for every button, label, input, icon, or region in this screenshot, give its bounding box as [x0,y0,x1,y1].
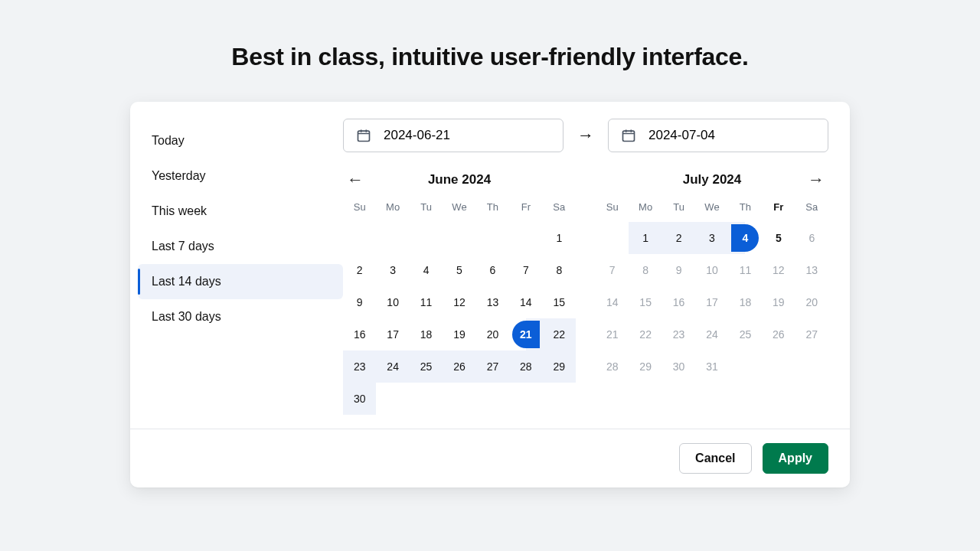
calendar-day[interactable]: 5 [762,222,795,254]
calendar-day[interactable]: 6 [795,222,828,254]
calendar-day[interactable]: 3 [376,254,409,286]
calendar-day[interactable]: 8 [543,254,576,286]
weekday-label: Mo [629,201,662,222]
calendar-day[interactable]: 8 [629,254,662,286]
calendar-day[interactable]: 23 [343,350,376,383]
calendar-day[interactable]: 29 [543,350,576,383]
calendar-day[interactable]: 16 [343,318,376,350]
calendar-day[interactable]: 19 [443,318,475,350]
calendar-day[interactable]: 20 [476,318,509,350]
calendar-day[interactable]: 22 [629,318,662,350]
calendar-month: July 2024→SuMoTuWeThFrSa1234567891011121… [596,169,828,415]
calendar-day[interactable]: 5 [443,254,475,286]
calendar-day[interactable]: 18 [729,286,762,318]
page-headline: Best in class, intuitive user-friendly i… [0,0,980,71]
calendar-day[interactable]: 24 [376,350,409,383]
calendar-day[interactable]: 12 [762,254,795,286]
month-title: July 2024 [683,172,742,187]
calendar-day[interactable]: 3 [695,222,728,254]
calendar-day[interactable]: 21 [596,318,629,350]
start-date-field[interactable] [343,119,564,152]
calendar-day[interactable]: 11 [729,254,762,286]
apply-button[interactable]: Apply [763,443,828,474]
weekday-label: Fr [762,201,795,222]
weekday-label: Tu [662,201,695,222]
calendar-day[interactable]: 10 [376,286,409,318]
calendar-day[interactable]: 29 [629,350,662,383]
calendar-day[interactable]: 28 [596,350,629,383]
calendar-day[interactable]: 13 [795,254,828,286]
preset-item[interactable]: Last 14 days [138,264,343,299]
calendar-empty-cell [376,222,409,254]
weekday-label: Fr [509,201,542,222]
start-date-input[interactable] [382,127,550,144]
cancel-button[interactable]: Cancel [679,443,751,474]
calendar-day[interactable]: 10 [695,254,728,286]
calendar-day[interactable]: 26 [762,318,795,350]
calendar-day[interactable]: 12 [443,286,475,318]
calendar-day[interactable]: 11 [410,286,443,318]
calendar-day[interactable]: 21 [509,318,542,350]
calendar-day[interactable]: 9 [343,286,376,318]
weekday-label: Mo [376,201,409,222]
calendar-day[interactable]: 27 [476,350,509,383]
calendar-day[interactable]: 17 [695,286,728,318]
preset-item[interactable]: Last 7 days [138,229,343,264]
calendar-day[interactable]: 30 [662,350,695,383]
calendar-day[interactable]: 30 [343,383,376,415]
end-date-input[interactable] [647,127,815,144]
calendar-day[interactable]: 4 [729,222,762,254]
calendar-day[interactable]: 6 [476,254,509,286]
calendar-day[interactable]: 2 [343,254,376,286]
calendar-empty-cell [509,383,542,415]
calendar-day[interactable]: 19 [762,286,795,318]
calendar-day[interactable]: 27 [795,318,828,350]
calendar-day[interactable]: 23 [662,318,695,350]
calendar-day[interactable]: 28 [509,350,542,383]
calendar-empty-cell [476,222,509,254]
preset-item[interactable]: This week [138,194,343,229]
weekday-label: Th [476,201,509,222]
end-date-field[interactable] [608,119,828,152]
preset-item[interactable]: Yesterday [138,158,343,194]
calendar-day[interactable]: 15 [629,286,662,318]
prev-month-icon[interactable]: ← [345,169,366,191]
calendar-day[interactable]: 16 [662,286,695,318]
calendar-day[interactable]: 25 [410,350,443,383]
calendar-day[interactable]: 9 [662,254,695,286]
calendar-day[interactable]: 14 [596,286,629,318]
calendar-day[interactable]: 13 [476,286,509,318]
calendar-day[interactable]: 4 [410,254,443,286]
calendar-day[interactable]: 1 [629,222,662,254]
calendar-day[interactable]: 1 [543,222,576,254]
calendar-empty-cell [376,383,409,415]
calendar-day[interactable]: 25 [729,318,762,350]
calendar-day[interactable]: 22 [543,318,576,350]
calendar-day[interactable]: 2 [662,222,695,254]
arrow-right-icon: → [577,126,594,145]
calendar-day[interactable]: 17 [376,318,409,350]
next-month-icon[interactable]: → [805,169,827,191]
calendar-day[interactable]: 24 [695,318,728,350]
calendar-icon [621,128,636,143]
calendar-day[interactable]: 7 [509,254,542,286]
calendar-day[interactable]: 26 [443,350,475,383]
calendar-day[interactable]: 18 [410,318,443,350]
month-title: June 2024 [428,172,491,187]
calendar-day[interactable]: 15 [543,286,576,318]
weekday-label: Sa [795,201,828,222]
dialog-footer: Cancel Apply [130,429,850,487]
calendar-empty-cell [476,383,509,415]
calendar-day[interactable]: 31 [695,350,728,383]
preset-item[interactable]: Last 30 days [138,299,343,334]
calendar-empty-cell [443,383,475,415]
calendar-icon [356,128,371,143]
preset-item[interactable]: Today [138,123,343,158]
calendar-empty-cell [543,383,576,415]
calendar-day[interactable]: 20 [795,286,828,318]
weekday-label: We [695,201,728,222]
calendar-day[interactable]: 14 [509,286,542,318]
calendar-month: ←June 2024SuMoTuWeThFrSa1234567891011121… [343,169,576,415]
calendar-day[interactable]: 7 [596,254,629,286]
weekday-label: Tu [410,201,443,222]
